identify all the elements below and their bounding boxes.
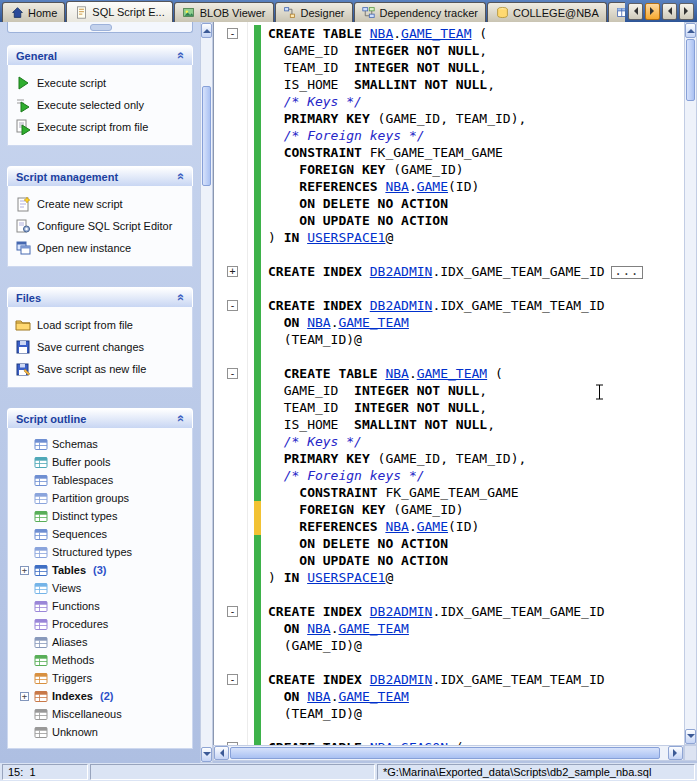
code-line[interactable]: ON UPDATE NO ACTION [214,552,684,569]
scroll-tabs-left-button[interactable] [628,3,643,20]
code-line[interactable]: REFERENCES NBA.GAME(ID) [214,518,684,535]
code-line[interactable]: ON NBA.GAME_TEAM [214,314,684,331]
expand-plus-icon[interactable]: + [20,692,29,701]
code-line[interactable] [214,722,684,739]
code-line[interactable]: ON NBA.GAME_TEAM [214,688,684,705]
collapse-chevron-icon[interactable] [171,48,189,64]
editor-scroll-right-button[interactable] [668,746,683,760]
code-line[interactable]: PRIMARY KEY (GAME_ID, TEAM_ID), [214,110,684,127]
editor-scroll-up-button[interactable] [685,23,696,38]
fold-collapse-icon[interactable]: - [227,674,238,685]
sidebar-scroll-up-button[interactable] [201,23,212,38]
code-line[interactable]: - CREATE TABLE NBA.GAME_TEAM ( [214,365,684,382]
code-line[interactable]: TEAM_ID INTEGER NOT NULL, [214,399,684,416]
expander[interactable]: + [19,565,30,576]
code-line[interactable]: CONSTRAINT FK_GAME_TEAM_GAME [214,484,684,501]
collapse-chevron-icon[interactable] [171,169,189,185]
code-line[interactable]: ON DELETE NO ACTION [214,535,684,552]
code-line[interactable] [214,654,684,671]
sidebar-item-execute-script[interactable]: Execute script [11,72,189,94]
fold-collapse-icon[interactable]: - [227,300,238,311]
code-line[interactable]: FOREIGN KEY (GAME_ID) [214,501,684,518]
sql-identifier-link[interactable]: GAME_TEAM [338,689,408,704]
sql-identifier-link[interactable]: NBA [307,315,330,330]
sql-identifier-link[interactable]: USERSPACE1 [307,230,385,245]
code-line[interactable]: (GAME_ID)@ [214,637,684,654]
panel-header-script-management[interactable]: Script management [7,166,193,186]
editor-vscrollbar-thumb[interactable] [686,39,695,101]
outline-item-structured-types[interactable]: Structured types [11,543,189,561]
expander[interactable]: + [19,691,30,702]
sql-identifier-link[interactable]: GAME_TEAM [401,26,471,41]
code-line[interactable]: IS_HOME SMALLINT NOT NULL, [214,76,684,93]
fold-expand-icon[interactable]: + [227,266,238,277]
code-line[interactable] [214,586,684,603]
outline-item-aliases[interactable]: Aliases [11,633,189,651]
editor-horizontal-scrollbar[interactable] [213,745,684,761]
outline-item-tables[interactable]: +Tables(3) [11,561,189,579]
code-line[interactable]: FOREIGN KEY (GAME_ID) [214,161,684,178]
editor-hscrollbar-thumb[interactable] [230,747,660,759]
outline-item-functions[interactable]: Functions [11,597,189,615]
sql-editor[interactable]: -CREATE TABLE NBA.GAME_TEAM ( GAME_ID IN… [213,22,684,745]
outline-item-views[interactable]: Views [11,579,189,597]
code-line[interactable]: -CREATE INDEX DB2ADMIN.IDX_GAME_TEAM_GAM… [214,603,684,620]
code-line[interactable]: -CREATE INDEX DB2ADMIN.IDX_GAME_TEAM_TEA… [214,297,684,314]
code-line[interactable]: ON DELETE NO ACTION [214,195,684,212]
sidebar-scroll-down-button[interactable] [201,747,212,762]
tab-home[interactable]: Home [2,2,65,22]
code-line[interactable]: ON UPDATE NO ACTION [214,212,684,229]
editor-scroll-down-button[interactable] [685,729,696,744]
sql-identifier-link[interactable]: NBA [370,26,393,41]
panel-header-files[interactable]: Files [7,287,193,307]
code-line[interactable] [214,246,684,263]
outline-item-distinct-types[interactable]: Distinct types [11,507,189,525]
sql-identifier-link[interactable]: DB2ADMIN [370,672,433,687]
code-line[interactable]: ) IN USERSPACE1@ [214,229,684,246]
code-line[interactable]: /* Keys */ [214,93,684,110]
tab-blob-viewer[interactable]: BLOB Viewer [174,2,274,22]
outline-item-buffer-pools[interactable]: Buffer pools [11,453,189,471]
sidebar-item-execute-script-from-file[interactable]: Execute script from file [11,116,189,138]
previous-tab-button[interactable] [662,3,677,20]
sidebar-item-create-new-script[interactable]: Create new script [11,193,189,215]
tab-sql-script-e[interactable]: SQL Script E... [66,1,172,22]
editor-vertical-scrollbar[interactable] [684,22,697,745]
code-line[interactable]: (TEAM_ID)@ [214,705,684,722]
sql-identifier-link[interactable]: NBA [385,519,408,534]
outline-item-tablespaces[interactable]: Tablespaces [11,471,189,489]
sql-identifier-link[interactable]: GAME [417,179,448,194]
outline-item-partition-groups[interactable]: Partition groups [11,489,189,507]
code-line[interactable] [214,280,684,297]
outline-item-indexes[interactable]: +Indexes(2) [11,687,189,705]
code-line[interactable]: /* Foreign keys */ [214,127,684,144]
outline-item-miscellaneous[interactable]: Miscellaneous [11,705,189,723]
code-line[interactable]: GAME_ID INTEGER NOT NULL, [214,382,684,399]
outline-item-unknown[interactable]: Unknown [11,723,189,741]
code-line[interactable]: /* Foreign keys */ [214,467,684,484]
code-line[interactable]: ) IN USERSPACE1@ [214,569,684,586]
collapse-chevron-icon[interactable] [171,290,189,306]
sql-identifier-link[interactable]: NBA [385,179,408,194]
sidebar-item-load-script-from-file[interactable]: Load script from file [11,314,189,336]
code-line[interactable]: -CREATE TABLE NBA.GAME_TEAM ( [214,25,684,42]
scroll-tabs-right-button[interactable] [645,3,660,20]
code-area[interactable]: -CREATE TABLE NBA.GAME_TEAM ( GAME_ID IN… [214,25,684,745]
sidebar-item-open-new-instance[interactable]: Open new instance [11,237,189,259]
sidebar-item-execute-selected-only[interactable]: Execute selected only [11,94,189,116]
sql-identifier-link[interactable]: USERSPACE1 [307,570,385,585]
sql-identifier-link[interactable]: NBA [307,689,330,704]
sql-identifier-link[interactable]: DB2ADMIN [370,604,433,619]
collapse-chevron-icon[interactable] [171,411,189,427]
outline-item-triggers[interactable]: Triggers [11,669,189,687]
tab-designer[interactable]: Designer [275,2,353,22]
code-line[interactable]: TEAM_ID INTEGER NOT NULL, [214,59,684,76]
code-line[interactable]: +CREATE INDEX DB2ADMIN.IDX_GAME_TEAM_GAM… [214,263,684,280]
sql-identifier-link[interactable]: GAME_TEAM [338,315,408,330]
sql-identifier-link[interactable]: GAME [417,519,448,534]
code-line[interactable]: -CREATE INDEX DB2ADMIN.IDX_GAME_TEAM_TEA… [214,671,684,688]
sidebar-item-save-script-as-new-file[interactable]: Save script as new file [11,358,189,380]
code-line[interactable]: PRIMARY KEY (GAME_ID, TEAM_ID), [214,450,684,467]
code-line[interactable]: REFERENCES NBA.GAME(ID) [214,178,684,195]
code-line[interactable]: IS_HOME SMALLINT NOT NULL, [214,416,684,433]
